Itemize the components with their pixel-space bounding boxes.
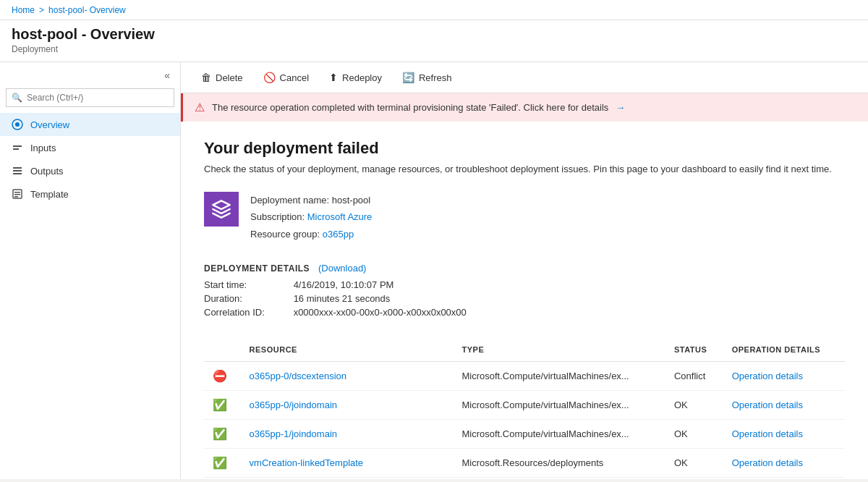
subscription-link[interactable]: Microsoft Azure [307, 211, 373, 222]
page-subtitle: Deployment [12, 44, 856, 54]
table-header-resource: RESOURCE [241, 338, 454, 362]
correlation-label: Correlation ID: [204, 307, 291, 318]
rg-label: Resource group: [250, 229, 323, 240]
resource-cell: o365pp-0/joindomain [241, 391, 454, 420]
outputs-icon [12, 165, 23, 177]
error-banner-link[interactable]: → [616, 102, 625, 113]
operation-details-link[interactable]: Operation details [732, 457, 803, 468]
status-icon-cell: ✅ [204, 449, 241, 478]
svg-rect-3 [13, 148, 19, 150]
duration-row: Duration: 16 minutes 21 seconds [204, 293, 845, 304]
breadcrumb-separator: > [39, 5, 44, 15]
template-label: Template [30, 189, 69, 200]
type-cell: Microsoft.Resources/deployments [454, 449, 665, 478]
cancel-button[interactable]: 🚫 Cancel [255, 68, 318, 87]
deployment-desc: Check the status of your deployment, man… [204, 164, 845, 174]
status-cell: OK [665, 391, 723, 420]
outputs-label: Outputs [30, 166, 64, 177]
refresh-label: Refresh [419, 72, 452, 83]
details-section-title: DEPLOYMENT DETAILS (Download) [204, 263, 845, 274]
download-link[interactable]: (Download) [318, 263, 366, 274]
main-layout: « 🔍 Overview Inputs [0, 62, 868, 479]
error-status-icon: ⛔ [213, 370, 227, 382]
start-time-row: Start time: 4/16/2019, 10:10:07 PM [204, 279, 845, 290]
svg-rect-8 [14, 192, 20, 193]
sidebar: « 🔍 Overview Inputs [0, 62, 181, 479]
operation-details-link[interactable]: Operation details [732, 399, 803, 410]
breadcrumb-home[interactable]: Home [12, 5, 35, 15]
breadcrumb-current: host-pool- Overview [48, 5, 126, 15]
sidebar-item-inputs[interactable]: Inputs [0, 136, 180, 159]
type-cell: Microsoft.Compute/virtualMachines/ex... [454, 391, 665, 420]
status-cell: OK [665, 420, 723, 449]
toolbar: 🗑 Delete 🚫 Cancel ⬆ Redeploy 🔄 Refresh [181, 62, 868, 93]
error-banner: ⚠ The resource operation completed with … [181, 93, 868, 122]
start-time-value: 4/16/2019, 10:10:07 PM [294, 279, 394, 290]
inputs-label: Inputs [30, 143, 56, 153]
subscription-label: Subscription: [250, 211, 307, 222]
content-area: 🗑 Delete 🚫 Cancel ⬆ Redeploy 🔄 Refresh ⚠… [181, 62, 868, 479]
redeploy-button[interactable]: ⬆ Redeploy [320, 68, 391, 87]
operation-cell: Operation details [723, 478, 845, 479]
deployment-icon [204, 192, 239, 227]
resource-link[interactable]: o365pp-1/joindomain [250, 428, 337, 439]
deployment-details: DEPLOYMENT DETAILS (Download) Start time… [204, 263, 845, 318]
status-cell: OK [665, 449, 723, 478]
svg-rect-4 [13, 167, 22, 169]
table-header-operations: OPERATION DETAILS [723, 338, 845, 362]
type-cell: Microsoft.Compute/virtualMachines/ex... [454, 362, 665, 391]
rg-link[interactable]: o365pp [323, 229, 354, 240]
status-cell: OK [665, 478, 723, 479]
deployment-info-text: Deployment name: host-pool Subscription:… [250, 192, 372, 242]
page-header: host-pool - Overview Deployment [0, 20, 868, 62]
table-header-status: STATUS [665, 338, 723, 362]
redeploy-label: Redeploy [342, 72, 382, 83]
table-row: ✅vmCreation-linkedTemplateMicrosoft.Reso… [204, 449, 845, 478]
sidebar-item-template[interactable]: Template [0, 182, 180, 206]
resource-link[interactable]: o365pp-0/dscextension [250, 371, 346, 381]
overview-label: Overview [30, 119, 69, 130]
operation-cell: Operation details [723, 391, 845, 420]
ok-status-icon: ✅ [213, 457, 227, 469]
resource-cell: o365pp-0/dscextension [241, 362, 454, 391]
svg-point-1 [15, 122, 20, 127]
type-cell: Microsoft.Compute/virtualMachines/ex... [454, 420, 665, 449]
search-icon: 🔍 [12, 93, 22, 103]
cancel-label: Cancel [280, 72, 309, 83]
ok-status-icon: ✅ [213, 399, 227, 411]
redeploy-icon: ⬆ [329, 72, 338, 83]
refresh-button[interactable]: 🔄 Refresh [393, 68, 461, 87]
delete-label: Delete [216, 72, 243, 83]
collapse-button[interactable]: « [160, 68, 174, 83]
operation-details-link[interactable]: Operation details [732, 428, 803, 439]
deployment-name-row: Deployment name: host-pool [250, 192, 372, 208]
status-cell: Conflict [665, 362, 723, 391]
resource-cell: pid-000xxx00=x00x-0x00-00000-x000x0 [241, 478, 454, 479]
status-icon-cell: ✅ [204, 478, 241, 479]
correlation-value: x0000xxx-xx00-00x0-x000-x00xx0x00x00 [294, 307, 467, 318]
template-icon [12, 188, 23, 200]
resource-cell: vmCreation-linkedTemplate [241, 449, 454, 478]
resource-link[interactable]: vmCreation-linkedTemplate [250, 457, 364, 468]
table-header-icon [204, 338, 241, 362]
sidebar-item-overview[interactable]: Overview [0, 113, 180, 136]
delete-button[interactable]: 🗑 Delete [192, 68, 252, 87]
resource-link[interactable]: o365pp-0/joindomain [250, 399, 337, 410]
search-input[interactable] [6, 88, 174, 107]
cancel-icon: 🚫 [263, 72, 276, 83]
svg-rect-10 [14, 196, 18, 198]
ok-status-icon: ✅ [213, 428, 227, 440]
operation-details-link[interactable]: Operation details [732, 371, 803, 381]
svg-rect-9 [14, 194, 20, 195]
deployment-name-value: host-pool [332, 195, 370, 206]
sidebar-item-outputs[interactable]: Outputs [0, 159, 180, 182]
error-banner-arrow: → [616, 102, 625, 113]
deployment-info-box: Deployment name: host-pool Subscription:… [204, 192, 845, 242]
table-header-type: TYPE [454, 338, 665, 362]
status-icon-cell: ✅ [204, 420, 241, 449]
sidebar-collapse: « [0, 68, 180, 88]
error-icon: ⚠ [195, 101, 205, 114]
deployment-subscription-row: Subscription: Microsoft Azure [250, 208, 372, 225]
duration-label: Duration: [204, 293, 291, 304]
operation-cell: Operation details [723, 362, 845, 391]
